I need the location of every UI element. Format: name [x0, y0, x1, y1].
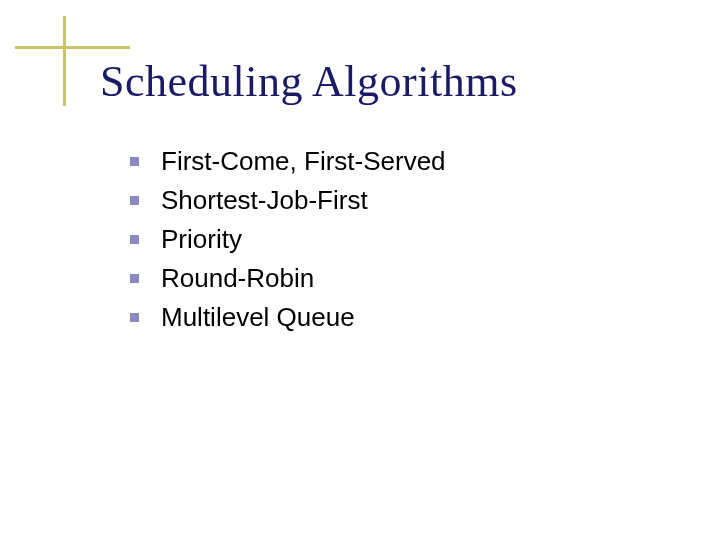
slide-title: Scheduling Algorithms: [100, 56, 518, 107]
list-item: Shortest-Job-First: [130, 185, 446, 216]
list-item: Priority: [130, 224, 446, 255]
decoration-vertical-bar: [63, 16, 66, 106]
square-bullet-icon: [130, 274, 139, 283]
square-bullet-icon: [130, 157, 139, 166]
list-item-text: First-Come, First-Served: [161, 146, 446, 177]
square-bullet-icon: [130, 196, 139, 205]
list-item-text: Multilevel Queue: [161, 302, 355, 333]
slide-content: First-Come, First-Served Shortest-Job-Fi…: [130, 146, 446, 341]
decoration-horizontal-bar: [15, 46, 130, 49]
square-bullet-icon: [130, 235, 139, 244]
list-item: First-Come, First-Served: [130, 146, 446, 177]
list-item-text: Shortest-Job-First: [161, 185, 368, 216]
list-item: Multilevel Queue: [130, 302, 446, 333]
square-bullet-icon: [130, 313, 139, 322]
list-item: Round-Robin: [130, 263, 446, 294]
list-item-text: Round-Robin: [161, 263, 314, 294]
list-item-text: Priority: [161, 224, 242, 255]
